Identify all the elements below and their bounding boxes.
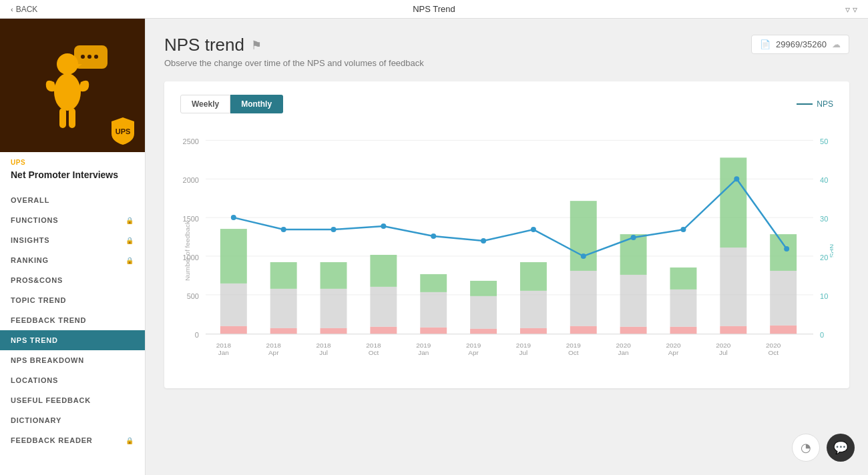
- page-title-area: NPS trend ⚑ Observe the change over time…: [164, 35, 424, 68]
- legend-nps-label: NPS: [817, 99, 833, 109]
- svg-point-73: [581, 254, 586, 259]
- sidebar-item-insights[interactable]: INSIGHTS🔒: [0, 230, 145, 250]
- svg-rect-36: [320, 328, 347, 334]
- chart-card: Weekly Monthly NPS 2500 2000 1500 1000 5…: [164, 81, 849, 388]
- sidebar-item-overall[interactable]: OVERALL: [0, 190, 145, 210]
- svg-point-74: [631, 235, 636, 240]
- svg-text:2019: 2019: [466, 342, 481, 349]
- back-button[interactable]: ‹ BACK: [11, 5, 37, 14]
- svg-rect-55: [620, 275, 647, 327]
- nav-item-label: FEEDBACK TREND: [11, 316, 86, 324]
- svg-point-77: [784, 246, 789, 252]
- svg-rect-42: [420, 328, 447, 334]
- nps-trend-chart: 2500 2000 1500 1000 500 0 Number of feed…: [180, 124, 833, 378]
- page-topbar-title: NPS Trend: [413, 4, 455, 14]
- nav-item-label: TOPIC TREND: [11, 296, 66, 304]
- svg-rect-44: [420, 274, 447, 292]
- svg-rect-32: [220, 229, 247, 284]
- svg-text:2019: 2019: [566, 342, 582, 349]
- compass-button[interactable]: ◔: [792, 434, 820, 462]
- tab-weekly[interactable]: Weekly: [180, 95, 230, 113]
- tab-monthly[interactable]: Monthly: [230, 95, 283, 113]
- svg-text:2018: 2018: [216, 342, 232, 349]
- sidebar-item-pros-cons[interactable]: PROS&CONS: [0, 270, 145, 290]
- sidebar-item-dictionary[interactable]: DICTIONARY: [0, 410, 145, 430]
- bookmark-icon[interactable]: ⚑: [251, 38, 262, 53]
- layout: UPS UPS Net Promoter Interviews OVERALLF…: [0, 19, 868, 475]
- svg-text:Number of feedback: Number of feedback: [184, 221, 191, 281]
- svg-rect-50: [520, 262, 547, 291]
- svg-text:2018: 2018: [366, 342, 381, 349]
- tab-group: Weekly Monthly: [180, 95, 283, 113]
- svg-point-76: [734, 176, 739, 181]
- sidebar-item-feedback-reader[interactable]: FEEDBACK READER🔒: [0, 430, 145, 450]
- filter-icon[interactable]: ▿ ▿: [845, 4, 857, 15]
- svg-text:Jul: Jul: [719, 349, 728, 356]
- svg-point-70: [431, 233, 436, 239]
- svg-text:Jul: Jul: [519, 349, 528, 356]
- svg-text:Jul: Jul: [319, 349, 328, 356]
- svg-rect-46: [470, 296, 497, 329]
- svg-text:2000: 2000: [183, 176, 199, 184]
- nav-item-label: LOCATIONS: [11, 376, 58, 384]
- sidebar-item-useful-feedback[interactable]: USEFUL FEEDBACK: [0, 390, 145, 410]
- back-label: BACK: [16, 5, 38, 14]
- svg-text:20: 20: [820, 254, 828, 262]
- nav-item-label: OVERALL: [11, 196, 49, 204]
- svg-rect-45: [470, 329, 497, 334]
- nav-item-label: RANKING: [11, 256, 49, 264]
- bottom-buttons: ◔ 💬: [792, 434, 855, 462]
- nav-item-label: NPS TREND: [11, 336, 58, 344]
- svg-text:10: 10: [820, 292, 828, 300]
- svg-text:Jan: Jan: [618, 349, 629, 356]
- sidebar-item-feedback-trend[interactable]: FEEDBACK TREND: [0, 310, 145, 330]
- svg-text:2020: 2020: [666, 342, 681, 349]
- svg-text:2019: 2019: [516, 342, 531, 349]
- svg-point-72: [531, 227, 536, 232]
- sidebar-item-nps-breakdown[interactable]: NPS BREAKDOWN: [0, 350, 145, 370]
- svg-rect-49: [520, 291, 547, 328]
- svg-rect-61: [720, 248, 746, 326]
- svg-text:40: 40: [820, 176, 828, 184]
- sidebar-item-functions[interactable]: FUNCTIONS🔒: [0, 210, 145, 230]
- svg-point-71: [481, 238, 486, 244]
- svg-rect-53: [570, 201, 597, 271]
- lock-icon: 🔒: [126, 437, 134, 444]
- svg-text:2020: 2020: [616, 342, 632, 349]
- svg-text:50: 50: [820, 137, 828, 145]
- nav-item-label: FEEDBACK READER: [11, 436, 93, 444]
- svg-rect-48: [520, 328, 547, 334]
- sidebar-item-ranking[interactable]: RANKING🔒: [0, 250, 145, 270]
- svg-text:0: 0: [820, 331, 824, 339]
- svg-point-6: [94, 55, 98, 59]
- svg-text:Jan: Jan: [218, 349, 229, 356]
- svg-rect-57: [670, 327, 697, 334]
- svg-text:500: 500: [187, 292, 199, 300]
- nav-item-label: FUNCTIONS: [11, 216, 58, 224]
- svg-rect-62: [720, 157, 746, 248]
- svg-point-5: [87, 55, 91, 59]
- sidebar-item-locations[interactable]: LOCATIONS: [0, 370, 145, 390]
- svg-text:2018: 2018: [266, 342, 282, 349]
- svg-text:NPS: NPS: [829, 244, 833, 258]
- page-subtitle: Observe the change over time of the NPS …: [164, 58, 424, 68]
- svg-rect-47: [470, 281, 497, 296]
- chat-button[interactable]: 💬: [827, 434, 855, 462]
- svg-rect-8: [69, 108, 75, 128]
- sidebar-item-nps-trend[interactable]: NPS TREND: [0, 330, 145, 350]
- record-count: 29969/35260: [776, 39, 827, 49]
- svg-rect-51: [570, 326, 597, 334]
- sidebar: UPS UPS Net Promoter Interviews OVERALLF…: [0, 19, 146, 475]
- svg-point-68: [331, 227, 337, 232]
- nav-item-label: INSIGHTS: [11, 236, 49, 244]
- chart-wrapper: 2500 2000 1500 1000 500 0 Number of feed…: [180, 124, 833, 378]
- svg-rect-41: [370, 255, 397, 287]
- logo-area: UPS: [0, 19, 145, 152]
- svg-rect-43: [420, 292, 447, 328]
- svg-point-4: [81, 55, 85, 59]
- record-count-badge: 📄 29969/35260 ☁: [751, 35, 849, 54]
- sidebar-item-topic-trend[interactable]: TOPIC TREND: [0, 290, 145, 310]
- svg-rect-37: [320, 289, 347, 328]
- svg-rect-30: [220, 326, 247, 334]
- nav-item-label: PROS&CONS: [11, 276, 63, 284]
